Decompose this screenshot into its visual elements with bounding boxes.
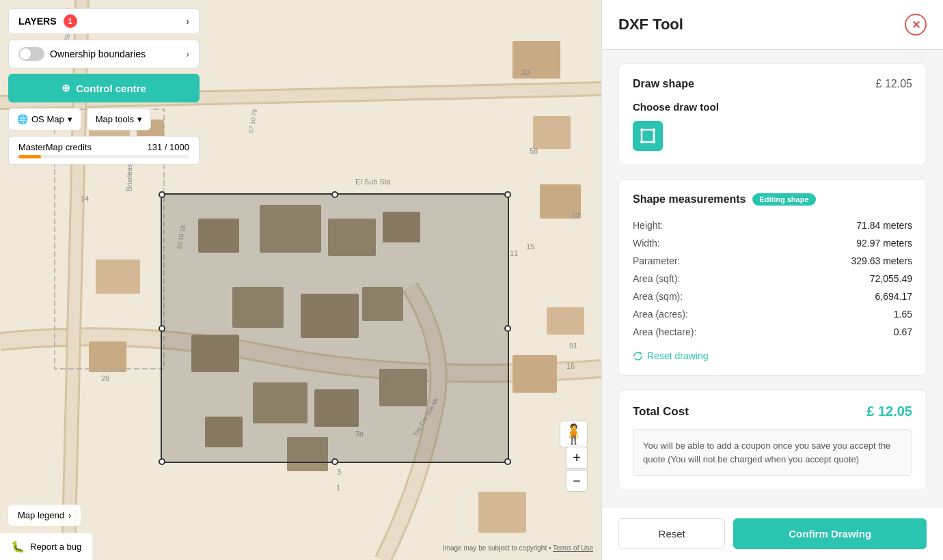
draw-shape-section: Draw shape £ 12.05 Choose draw tool — [618, 64, 927, 165]
width-label: Width: — [633, 238, 660, 249]
svg-point-45 — [640, 128, 643, 131]
confirm-drawing-button[interactable]: Confirm Drawing — [733, 518, 927, 549]
editing-badge: Editing shape — [752, 193, 815, 206]
control-centre-label: Control centre — [76, 83, 146, 94]
zoom-in-button[interactable]: + — [566, 447, 588, 468]
height-label: Height: — [633, 220, 663, 231]
area-sqft-row: Area (sqft): 72,055.49 — [633, 270, 912, 288]
svg-text:El Sub Sta: El Sub Sta — [355, 178, 392, 186]
handle-tc[interactable] — [331, 191, 338, 198]
os-map-chevron-icon: ▾ — [68, 114, 72, 124]
panel-header: DXF Tool ✕ — [602, 0, 943, 50]
svg-point-46 — [653, 128, 655, 131]
os-map-label: OS Map — [31, 114, 64, 124]
selection-rectangle[interactable] — [161, 193, 509, 463]
svg-rect-9 — [89, 341, 126, 372]
coupon-info: You will be able to add a coupon once yo… — [633, 429, 912, 476]
area-sqft-label: Area (sqft): — [633, 273, 680, 284]
svg-text:11: 11 — [510, 249, 518, 257]
area-hectare-label: Area (hectare): — [633, 326, 696, 337]
svg-text:16: 16 — [566, 362, 575, 370]
ownership-row: Ownership boundaries › — [8, 40, 200, 68]
terms-link[interactable]: Terms of Use — [553, 544, 593, 552]
total-cost-section: Total Cost £ 12.05 You will be able to a… — [618, 389, 927, 490]
credits-bar — [18, 155, 189, 158]
svg-rect-44 — [642, 130, 654, 142]
svg-text:17: 17 — [572, 212, 580, 220]
parameter-value: 329.63 meters — [851, 255, 913, 266]
area-sqm-value: 6,694.17 — [875, 291, 913, 302]
map-container: Briarleas 55 01 57 10 79 The Cre Sce Mt … — [0, 0, 601, 560]
draw-shape-title: Draw shape — [633, 78, 694, 90]
svg-point-47 — [640, 141, 643, 143]
area-acres-row: Area (acres): 1.65 — [633, 305, 912, 323]
height-row: Height: 71.84 meters — [633, 216, 912, 234]
svg-text:58: 58 — [530, 147, 538, 155]
globe-icon: 🌐 — [17, 114, 28, 124]
map-tools-chevron-icon: ▾ — [137, 114, 142, 124]
area-sqm-row: Area (sqm): 6,694.17 — [633, 288, 912, 305]
handle-ml[interactable] — [159, 325, 165, 332]
control-centre-icon: ⊕ — [62, 82, 70, 94]
reset-drawing-button[interactable]: Reset drawing — [633, 350, 709, 361]
handle-tl[interactable] — [159, 191, 165, 198]
handle-bl[interactable] — [159, 458, 165, 465]
total-cost-price: £ 12.05 — [866, 404, 912, 419]
handle-mr[interactable] — [504, 325, 511, 332]
choose-draw-tool-label: Choose draw tool — [633, 101, 912, 113]
map-legend[interactable]: Map legend › — [8, 505, 81, 526]
map-tools-label: Map tools — [96, 114, 134, 124]
draw-tool-button[interactable] — [633, 121, 663, 151]
report-bug-button[interactable]: 🐛 Report a bug — [0, 533, 93, 560]
svg-rect-8 — [96, 260, 140, 294]
streetview-person[interactable]: 🧍 — [560, 421, 588, 447]
layers-label: LAYERS — [18, 16, 57, 27]
layers-button[interactable]: LAYERS 1 › — [8, 8, 200, 34]
close-button[interactable]: ✕ — [905, 14, 927, 36]
parameter-row: Parameter: 329.63 meters — [633, 252, 912, 270]
svg-rect-3 — [512, 41, 560, 79]
svg-text:Briarleas: Briarleas — [126, 165, 133, 191]
shape-measurements-section: Shape measurements Editing shape Height:… — [618, 179, 927, 376]
svg-rect-10 — [478, 492, 526, 533]
map-copyright: Image may be subject to copyright • Term… — [443, 544, 593, 552]
width-row: Width: 92.97 meters — [633, 234, 912, 252]
reset-icon — [633, 351, 643, 361]
svg-text:14: 14 — [81, 195, 89, 203]
handle-tr[interactable] — [504, 191, 511, 198]
panel-footer: Reset Confirm Drawing — [602, 507, 943, 560]
ownership-label: Ownership boundaries — [50, 48, 146, 59]
ownership-toggle[interactable] — [18, 47, 44, 61]
map-legend-chevron-icon: › — [68, 510, 71, 520]
svg-text:3: 3 — [337, 468, 341, 476]
rectangle-draw-icon — [640, 128, 655, 143]
handle-bc[interactable] — [331, 458, 338, 465]
bug-icon: 🐛 — [11, 540, 25, 553]
svg-rect-6 — [547, 307, 584, 335]
map-tools-row: 🌐 OS Map ▾ Map tools ▾ — [8, 108, 200, 130]
handle-br[interactable] — [504, 458, 511, 465]
area-hectare-row: Area (hectare): 0.67 — [633, 323, 912, 341]
height-value: 71.84 meters — [856, 220, 912, 231]
control-centre-button[interactable]: ⊕ Control centre — [8, 74, 200, 102]
credits-box: MasterMap credits 131 / 1000 — [8, 136, 200, 165]
svg-rect-4 — [533, 116, 571, 149]
map-tools-button[interactable]: Map tools ▾ — [87, 108, 151, 130]
zoom-out-button[interactable]: − — [566, 470, 588, 492]
svg-text:15: 15 — [526, 242, 534, 251]
area-hectare-value: 0.67 — [894, 326, 912, 337]
reset-button[interactable]: Reset — [618, 518, 725, 549]
shape-measurements-title: Shape measurements — [633, 193, 746, 206]
credits-label: MasterMap credits — [18, 142, 92, 152]
svg-rect-7 — [512, 355, 557, 393]
area-acres-value: 1.65 — [894, 309, 912, 320]
os-map-button[interactable]: 🌐 OS Map ▾ — [8, 108, 81, 130]
map-legend-label: Map legend — [18, 510, 64, 520]
panel-content: Draw shape £ 12.05 Choose draw tool Shap… — [602, 50, 943, 507]
chevron-right-icon: › — [186, 16, 189, 27]
ownership-chevron-icon: › — [186, 48, 189, 59]
map-overlay-controls: LAYERS 1 › Ownership boundaries › ⊕ Cont… — [8, 8, 200, 165]
credits-fill — [18, 155, 41, 158]
draw-shape-price: £ 12.05 — [876, 78, 912, 90]
area-sqm-label: Area (sqm): — [633, 291, 683, 302]
